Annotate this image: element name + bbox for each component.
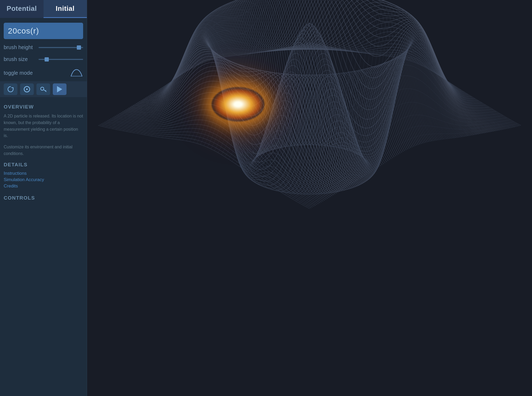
info-section: OVERVIEW A 2D particle is released. Its …	[0, 97, 87, 396]
formula-box[interactable]: 20cos(r)	[4, 23, 83, 39]
left-panel: Potential Initial 20cos(r) brush height …	[0, 0, 87, 396]
key-button[interactable]	[36, 83, 50, 95]
brush-size-slider[interactable]	[39, 59, 83, 60]
wave-highlight-spot	[212, 87, 264, 121]
brush-size-row: brush size	[4, 56, 83, 62]
controls-header: CONTROLS	[4, 195, 83, 201]
brush-size-label: brush size	[4, 56, 35, 62]
brush-height-slider[interactable]	[39, 47, 83, 48]
simulation-accuracy-link[interactable]: Simulation Accuracy	[4, 177, 83, 182]
action-buttons-bar	[0, 81, 87, 97]
details-links: Instructions Simulation Accuracy Credits	[4, 171, 83, 189]
instructions-link[interactable]: Instructions	[4, 171, 83, 176]
play-button[interactable]	[53, 83, 66, 95]
reset-button[interactable]	[4, 83, 17, 95]
play-icon	[57, 86, 62, 92]
wave-visualization	[87, 0, 532, 396]
tab-potential[interactable]: Potential	[0, 0, 44, 18]
formula-text: 20cos(r)	[8, 26, 39, 35]
key-icon	[40, 86, 47, 93]
visualization-panel[interactable]	[87, 0, 532, 396]
svg-point-1	[41, 87, 44, 90]
brush-height-label: brush height	[4, 44, 35, 50]
overview-text-2: Customize its environment and initial co…	[4, 144, 83, 157]
overview-text-1: A 2D particle is released. Its location …	[4, 113, 83, 139]
details-header: DETAILS	[4, 162, 83, 168]
tab-initial[interactable]: Initial	[44, 0, 87, 18]
toggle-mode-row: toggle mode	[4, 68, 83, 78]
svg-line-3	[45, 90, 46, 91]
tabs-container: Potential Initial	[0, 0, 87, 18]
circle-button[interactable]	[20, 83, 34, 95]
toggle-mode-icon[interactable]	[70, 68, 83, 78]
brush-height-row: brush height	[4, 44, 83, 50]
overview-header: OVERVIEW	[4, 104, 83, 110]
dot-icon	[24, 86, 30, 92]
toggle-mode-label: toggle mode	[4, 70, 35, 76]
credits-link[interactable]: Credits	[4, 183, 83, 189]
controls-section: brush height brush size toggle mode	[0, 42, 87, 80]
